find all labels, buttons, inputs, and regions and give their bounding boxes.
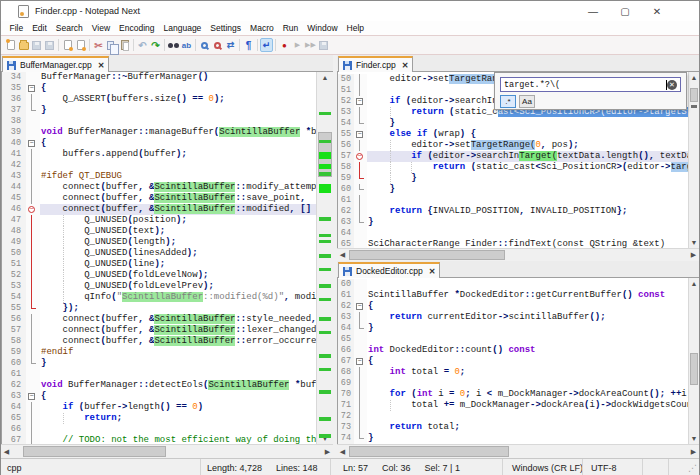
fold-margin[interactable] xyxy=(354,228,367,239)
editor-buffermanager[interactable]: 34BufferManager::~BufferManager()35−{36 … xyxy=(1,72,333,444)
menu-language[interactable]: Language xyxy=(159,23,206,33)
find-icon[interactable] xyxy=(167,38,180,52)
save-all-icon[interactable] xyxy=(43,38,56,52)
fold-margin[interactable] xyxy=(26,402,40,413)
fold-margin[interactable] xyxy=(354,378,367,389)
fold-margin[interactable] xyxy=(26,248,40,259)
fold-margin[interactable] xyxy=(354,411,367,422)
fold-margin[interactable] xyxy=(26,193,40,204)
minimize-button[interactable]: — xyxy=(577,2,609,20)
regex-toggle[interactable]: .* xyxy=(500,95,516,108)
fold-margin[interactable] xyxy=(354,290,367,301)
fold-margin[interactable] xyxy=(26,347,40,358)
fold-margin[interactable] xyxy=(26,281,40,292)
fold-margin[interactable] xyxy=(26,424,40,435)
clear-search-icon[interactable]: ✕ xyxy=(667,80,677,90)
open-folder-icon[interactable] xyxy=(17,38,30,52)
hscroll-thumb[interactable] xyxy=(349,250,505,260)
fold-margin[interactable] xyxy=(26,72,40,83)
fold-margin[interactable] xyxy=(354,140,367,151)
fold-margin[interactable] xyxy=(26,116,40,127)
fold-margin[interactable] xyxy=(354,433,367,444)
menu-file[interactable]: File xyxy=(5,23,28,33)
vscroll-thumb[interactable] xyxy=(690,353,698,385)
fold-margin[interactable] xyxy=(354,162,367,173)
fold-margin[interactable] xyxy=(354,367,367,378)
menu-search[interactable]: Search xyxy=(51,23,87,33)
menu-help[interactable]: Help xyxy=(342,23,368,33)
close-all-icon[interactable] xyxy=(74,38,87,52)
fold-margin[interactable]: − xyxy=(354,356,367,367)
menu-macro[interactable]: Macro xyxy=(246,23,279,33)
fold-margin[interactable] xyxy=(26,292,40,303)
tab-finder[interactable]: Finder.cpp ✕ xyxy=(338,56,413,72)
save-icon[interactable] xyxy=(30,38,43,52)
save-macro-icon[interactable] xyxy=(317,38,330,52)
vscroll-thumb[interactable] xyxy=(690,88,698,102)
resize-grip[interactable]: ⋰ xyxy=(685,463,699,473)
menu-settings[interactable]: Settings xyxy=(206,23,246,33)
fold-margin[interactable]: − xyxy=(354,151,367,162)
fold-margin[interactable] xyxy=(354,206,367,217)
fold-margin[interactable] xyxy=(26,105,40,116)
fold-margin[interactable] xyxy=(354,118,367,129)
menu-encoding[interactable]: Encoding xyxy=(115,23,159,33)
fold-margin[interactable] xyxy=(26,358,40,369)
redo-icon[interactable]: ↷ xyxy=(149,38,162,52)
fold-margin[interactable]: − xyxy=(26,83,40,94)
fold-margin[interactable] xyxy=(26,435,40,444)
fold-margin[interactable] xyxy=(26,215,40,226)
fold-margin[interactable] xyxy=(26,325,40,336)
play-macro-icon[interactable]: ▶ xyxy=(291,38,304,52)
fold-margin[interactable] xyxy=(354,400,367,411)
vscrollbar[interactable]: ▲▼ xyxy=(316,72,333,444)
editor-dockededitor[interactable]: 6061ScintillaBuffer *DockedEditor::getCu… xyxy=(337,278,699,444)
fold-margin[interactable] xyxy=(26,413,40,424)
fold-margin[interactable] xyxy=(26,270,40,281)
fold-margin[interactable] xyxy=(26,182,40,193)
fold-margin[interactable] xyxy=(26,336,40,347)
show-symbols-icon[interactable]: ¶ xyxy=(242,38,255,52)
menu-edit[interactable]: Edit xyxy=(28,23,52,33)
fold-margin[interactable] xyxy=(26,369,40,380)
fold-margin[interactable] xyxy=(26,259,40,270)
vscrollbar[interactable]: ▲▼ xyxy=(688,278,699,444)
fold-margin[interactable] xyxy=(26,171,40,182)
hscroll-thumb[interactable] xyxy=(349,446,509,457)
scroll-down-icon[interactable]: ▼ xyxy=(689,237,699,248)
fold-margin[interactable] xyxy=(26,127,40,138)
tab-close-icon[interactable]: ✕ xyxy=(98,61,105,70)
fold-margin[interactable] xyxy=(354,173,367,184)
zoom-reset-icon[interactable]: ⇄ xyxy=(224,38,237,52)
scroll-right-icon[interactable]: ▶ xyxy=(322,445,333,458)
fold-margin[interactable] xyxy=(26,149,40,160)
scroll-left-icon[interactable]: ◀ xyxy=(1,445,12,458)
fold-margin[interactable] xyxy=(354,334,367,345)
fold-margin[interactable] xyxy=(26,237,40,248)
match-case-toggle[interactable]: Aa xyxy=(519,95,535,108)
fold-margin[interactable] xyxy=(354,195,367,206)
undo-icon[interactable]: ↶ xyxy=(136,38,149,52)
scroll-down-icon[interactable]: ▼ xyxy=(689,433,699,444)
fold-margin[interactable] xyxy=(354,389,367,400)
scroll-up-icon[interactable]: ▲ xyxy=(689,278,699,289)
fold-margin[interactable] xyxy=(354,323,367,334)
fold-margin[interactable]: − xyxy=(354,301,367,312)
vscrollbar[interactable]: ▲▼ xyxy=(688,72,699,248)
fold-margin[interactable] xyxy=(354,74,367,85)
scroll-up-icon[interactable]: ▲ xyxy=(689,72,699,83)
scroll-right-icon[interactable]: ▶ xyxy=(688,445,699,458)
fold-margin[interactable] xyxy=(26,303,40,314)
hscrollbar-left[interactable]: ◀▶ xyxy=(1,444,333,458)
menu-run[interactable]: Run xyxy=(278,23,303,33)
fold-margin[interactable] xyxy=(354,239,367,248)
scroll-left-icon[interactable]: ◀ xyxy=(337,445,348,458)
fold-margin[interactable] xyxy=(354,107,367,118)
zoom-in-icon[interactable] xyxy=(198,38,211,52)
fold-margin[interactable]: − xyxy=(26,138,40,149)
paste-icon[interactable] xyxy=(118,38,131,52)
hscrollbar-bottomright[interactable]: ◀▶ xyxy=(337,444,699,458)
scroll-left-icon[interactable]: ◀ xyxy=(337,249,348,261)
fold-margin[interactable]: − xyxy=(354,96,367,107)
close-icon[interactable] xyxy=(61,38,74,52)
